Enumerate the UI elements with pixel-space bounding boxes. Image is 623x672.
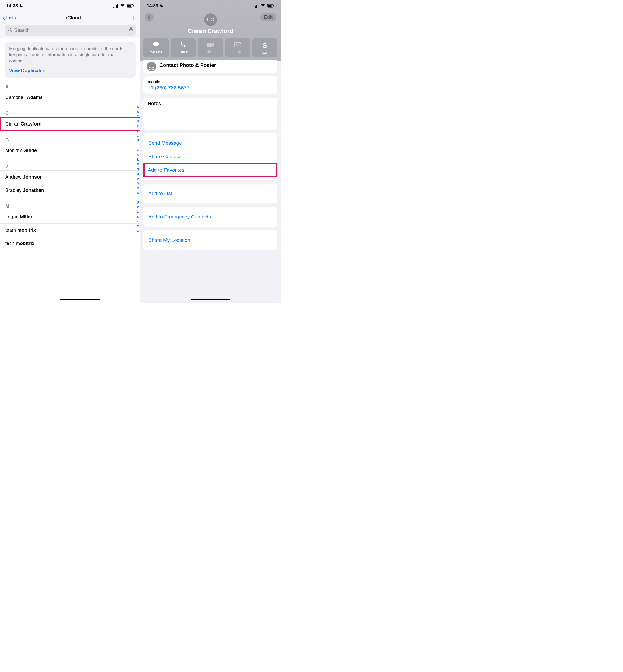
- index-letter[interactable]: Y: [136, 219, 140, 224]
- contact-row[interactable]: Logan Miller: [0, 211, 140, 224]
- edit-button[interactable]: Edit: [261, 13, 276, 22]
- contact-last-name: mobitrix: [17, 227, 36, 233]
- contact-row[interactable]: team mobitrix: [0, 224, 140, 237]
- back-label: Lists: [6, 15, 16, 21]
- status-time: 14:33: [147, 3, 158, 8]
- add-to-list-button[interactable]: Add to List: [148, 187, 273, 200]
- index-letter[interactable]: L: [136, 157, 140, 162]
- view-duplicates-link[interactable]: View Duplicates: [9, 68, 131, 74]
- index-letter[interactable]: J: [136, 147, 140, 152]
- svg-rect-13: [256, 5, 257, 8]
- svg-rect-5: [127, 5, 131, 7]
- message-icon: [152, 41, 159, 49]
- contact-last-name: Crawford: [21, 121, 42, 127]
- index-letter[interactable]: R: [136, 186, 140, 191]
- index-letter[interactable]: I: [136, 143, 140, 147]
- svg-rect-14: [258, 4, 258, 8]
- notes-label: Notes: [148, 101, 273, 106]
- search-input[interactable]: Search: [5, 25, 136, 35]
- svg-rect-3: [117, 4, 118, 8]
- send-message-button[interactable]: Send Message: [148, 136, 273, 150]
- index-letter[interactable]: Z: [136, 224, 140, 229]
- svg-rect-1: [115, 6, 115, 8]
- contact-first-name: team: [5, 227, 17, 233]
- alphabet-index[interactable]: ABCDEFGHIJKLMNOPQRSTUVWXYZ#: [136, 105, 140, 233]
- mobile-button[interactable]: mobile: [171, 38, 196, 57]
- video-icon: [207, 42, 214, 49]
- section-header: J: [0, 161, 140, 171]
- add-to-emergency-button[interactable]: Add to Emergency Contacts: [148, 210, 273, 223]
- svg-rect-2: [116, 5, 117, 8]
- back-button[interactable]: [145, 13, 154, 22]
- index-letter[interactable]: T: [136, 195, 140, 200]
- action-list-2: Add to List: [144, 184, 277, 203]
- contact-row[interactable]: Mobitrix Guide: [0, 144, 140, 158]
- search-icon: [7, 27, 12, 33]
- contact-row[interactable]: tech mobitrix: [0, 237, 140, 250]
- action-label: message: [150, 50, 162, 54]
- contact-avatar: CC: [204, 13, 217, 26]
- index-letter[interactable]: V: [136, 205, 140, 210]
- contact-photo-poster-row[interactable]: CC Contact Photo & Poster: [144, 60, 277, 73]
- avatar-small: CC: [147, 62, 156, 71]
- section-header: G: [0, 135, 140, 144]
- index-letter[interactable]: N: [136, 167, 140, 171]
- index-letter[interactable]: X: [136, 215, 140, 219]
- share-location-button[interactable]: Share My Location: [148, 233, 273, 247]
- index-letter[interactable]: P: [136, 176, 140, 181]
- action-list-3: Add to Emergency Contacts: [144, 207, 277, 227]
- contact-row[interactable]: Bradley Jonathan: [0, 184, 140, 197]
- duplicates-card: Merging duplicate cards for a contact co…: [5, 42, 136, 78]
- mail-icon: [234, 42, 241, 49]
- wifi-icon: [120, 4, 125, 8]
- index-letter[interactable]: S: [136, 191, 140, 195]
- left-header: 14:33 ‹ Lists iCl: [0, 0, 140, 38]
- svg-rect-11: [254, 7, 254, 8]
- pay-button[interactable]: $pay: [252, 38, 277, 57]
- contact-first-name: Andrew: [5, 174, 23, 180]
- home-indicator[interactable]: [191, 299, 231, 301]
- index-letter[interactable]: D: [136, 119, 140, 124]
- cellular-signal-icon: [113, 4, 119, 8]
- index-letter[interactable]: A: [136, 105, 140, 109]
- microphone-icon[interactable]: [129, 27, 133, 34]
- index-letter[interactable]: #: [136, 229, 140, 233]
- index-letter[interactable]: C: [136, 114, 140, 119]
- add-to-favorites-button[interactable]: Add to Favorites: [144, 164, 277, 177]
- contact-first-name: tech: [5, 241, 16, 246]
- message-button[interactable]: message: [144, 38, 169, 57]
- do-not-disturb-icon: [19, 3, 23, 8]
- index-letter[interactable]: B: [136, 109, 140, 114]
- phone-card[interactable]: mobile +1 (260) 786-5677: [144, 77, 277, 94]
- index-letter[interactable]: H: [136, 138, 140, 143]
- index-letter[interactable]: M: [136, 162, 140, 167]
- action-label: pay: [262, 51, 267, 54]
- wifi-icon: [261, 4, 265, 8]
- action-list-4: Share My Location: [144, 230, 277, 250]
- notes-card[interactable]: Notes: [144, 98, 277, 130]
- contact-row[interactable]: Ciaran Crawford: [0, 118, 140, 131]
- status-bar: 14:33: [0, 0, 140, 12]
- contact-row[interactable]: Andrew Johnson: [0, 171, 140, 184]
- svg-rect-20: [234, 43, 241, 47]
- contact-first-name: Campbell: [5, 95, 27, 100]
- index-letter[interactable]: W: [136, 210, 140, 215]
- pay-icon: $: [263, 41, 267, 50]
- svg-point-18: [153, 42, 159, 47]
- contact-row[interactable]: Campbell Adams: [0, 91, 140, 104]
- index-letter[interactable]: F: [136, 129, 140, 133]
- back-button[interactable]: ‹ Lists: [3, 13, 16, 22]
- index-letter[interactable]: K: [136, 152, 140, 157]
- phone-value[interactable]: +1 (260) 786-5677: [148, 85, 273, 91]
- index-letter[interactable]: E: [136, 124, 140, 129]
- home-indicator[interactable]: [60, 299, 100, 301]
- index-letter[interactable]: Q: [136, 181, 140, 186]
- share-contact-button[interactable]: Share Contact: [148, 150, 273, 164]
- index-letter[interactable]: G: [136, 133, 140, 138]
- add-contact-button[interactable]: +: [131, 13, 136, 22]
- index-letter[interactable]: U: [136, 200, 140, 205]
- section-header: M: [0, 201, 140, 211]
- index-letter[interactable]: O: [136, 171, 140, 176]
- action-label: video: [207, 50, 214, 54]
- phone-label: mobile: [148, 80, 273, 84]
